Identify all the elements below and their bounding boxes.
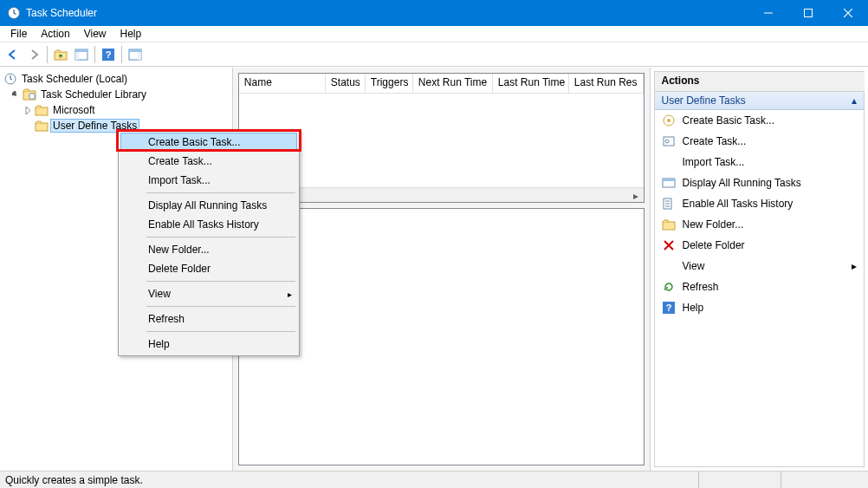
tree-root-label: Task Scheduler (Local) xyxy=(19,72,130,86)
collapse-icon[interactable] xyxy=(10,89,21,100)
blank-icon xyxy=(662,155,676,169)
context-item-label: Refresh xyxy=(148,313,185,325)
actions-header: Actions xyxy=(654,71,865,92)
context-item-label: Create Task... xyxy=(148,155,212,167)
delete-icon xyxy=(662,238,676,252)
toolbar-separator xyxy=(94,46,95,63)
context-display-running[interactable]: Display All Running Tasks xyxy=(120,196,297,215)
tree-root[interactable]: Task Scheduler (Local) xyxy=(2,71,230,87)
action-label: Enable All Tasks History xyxy=(683,198,794,210)
toolbar-separator xyxy=(47,46,48,63)
clock-icon xyxy=(3,72,17,86)
context-separator xyxy=(146,237,295,237)
wizard-icon xyxy=(662,114,676,127)
col-name[interactable]: Name xyxy=(239,74,326,93)
context-item-label: View xyxy=(148,288,171,300)
action-label: Display All Running Tasks xyxy=(683,177,801,189)
context-menu: Create Basic Task... Create Task... Impo… xyxy=(118,130,300,356)
svg-text:?: ? xyxy=(665,303,671,313)
action-delete-folder[interactable]: Delete Folder xyxy=(655,235,864,256)
status-text: Quickly creates a simple task. xyxy=(5,474,698,486)
action-create-task[interactable]: Create Task... xyxy=(655,131,864,152)
action-label: Refresh xyxy=(683,281,719,293)
blank-icon xyxy=(662,259,676,273)
tree-library-label: Task Scheduler Library xyxy=(38,88,149,101)
context-item-label: Enable All Tasks History xyxy=(148,218,259,231)
svg-text:?: ? xyxy=(106,49,112,60)
menu-help[interactable]: Help xyxy=(113,27,149,41)
context-refresh[interactable]: Refresh xyxy=(120,309,297,329)
library-icon xyxy=(23,88,36,101)
tree-library[interactable]: Task Scheduler Library xyxy=(2,87,230,102)
close-button[interactable] xyxy=(828,0,868,26)
folder-icon xyxy=(662,218,676,231)
actions-group-label: User Define Tasks xyxy=(662,94,746,107)
context-create-task[interactable]: Create Task... xyxy=(120,152,297,171)
tree-microsoft-label: Microsoft xyxy=(50,103,98,117)
context-create-basic-task[interactable]: Create Basic Task... xyxy=(120,133,297,152)
history-icon xyxy=(662,197,676,211)
context-item-label: Display All Running Tasks xyxy=(148,199,267,211)
actions-group-title[interactable]: User Define Tasks ▴ xyxy=(655,92,864,110)
col-last-run[interactable]: Last Run Time xyxy=(493,74,569,93)
action-label: View xyxy=(683,260,705,272)
refresh-icon xyxy=(662,280,676,294)
col-status[interactable]: Status xyxy=(326,74,366,93)
folder-icon xyxy=(35,103,49,117)
up-folder-button[interactable] xyxy=(51,45,70,64)
action-create-basic-task[interactable]: Create Basic Task... xyxy=(655,110,864,131)
col-triggers[interactable]: Triggers xyxy=(366,74,413,93)
back-button[interactable] xyxy=(3,45,23,64)
context-new-folder[interactable]: New Folder... xyxy=(120,240,297,259)
status-cell xyxy=(781,472,863,488)
action-label: Help xyxy=(683,302,704,314)
action-enable-history[interactable]: Enable All Tasks History xyxy=(655,193,864,214)
action-import-task[interactable]: Import Task... xyxy=(655,152,864,172)
scroll-right-icon[interactable]: ▸ xyxy=(629,188,644,203)
action-new-folder[interactable]: New Folder... xyxy=(655,214,864,235)
action-label: New Folder... xyxy=(683,218,744,231)
context-view[interactable]: View ▸ xyxy=(120,284,297,303)
action-pane-button[interactable] xyxy=(126,45,145,64)
window-title: Task Scheduler xyxy=(26,7,97,19)
help-toolbar-button[interactable]: ? xyxy=(99,45,118,64)
help-icon: ? xyxy=(662,301,676,315)
col-next-run[interactable]: Next Run Time xyxy=(413,74,493,93)
task-list-header: Name Status Triggers Next Run Time Last … xyxy=(239,74,644,94)
context-help[interactable]: Help xyxy=(120,335,297,354)
svg-rect-1 xyxy=(805,10,813,17)
context-item-label: Create Basic Task... xyxy=(148,136,241,148)
collapse-icon[interactable]: ▴ xyxy=(852,94,857,107)
action-view[interactable]: View ▸ xyxy=(655,256,864,277)
svg-rect-5 xyxy=(75,52,79,60)
action-refresh[interactable]: Refresh xyxy=(655,277,864,297)
status-cell xyxy=(698,472,781,488)
minimize-button[interactable] xyxy=(748,0,788,26)
task-icon xyxy=(662,134,676,148)
context-delete-folder[interactable]: Delete Folder xyxy=(120,259,297,278)
maximize-button[interactable] xyxy=(788,0,828,26)
menu-view[interactable]: View xyxy=(77,27,113,41)
show-hide-tree-button[interactable] xyxy=(72,45,91,64)
context-enable-history[interactable]: Enable All Tasks History xyxy=(120,215,297,234)
tree-microsoft[interactable]: Microsoft xyxy=(2,102,230,118)
context-separator xyxy=(146,331,295,332)
context-item-label: Help xyxy=(148,338,170,350)
action-display-running[interactable]: Display All Running Tasks xyxy=(655,172,864,193)
actions-pane: Actions User Define Tasks ▴ Create Basic… xyxy=(651,68,868,471)
menu-action[interactable]: Action xyxy=(34,27,76,41)
context-separator xyxy=(146,281,295,282)
col-last-result[interactable]: Last Run Res xyxy=(569,74,644,93)
svg-rect-23 xyxy=(663,222,675,230)
context-import-task[interactable]: Import Task... xyxy=(120,171,297,190)
svg-rect-15 xyxy=(36,123,48,131)
expand-icon[interactable] xyxy=(23,105,33,115)
menubar: File Action View Help xyxy=(0,26,868,42)
forward-button[interactable] xyxy=(24,45,43,64)
context-item-label: New Folder... xyxy=(148,244,210,256)
svg-rect-4 xyxy=(75,49,87,52)
submenu-arrow-icon: ▸ xyxy=(288,290,292,299)
action-label: Delete Folder xyxy=(683,239,745,251)
menu-file[interactable]: File xyxy=(3,27,34,41)
action-help[interactable]: ? Help xyxy=(655,297,864,318)
